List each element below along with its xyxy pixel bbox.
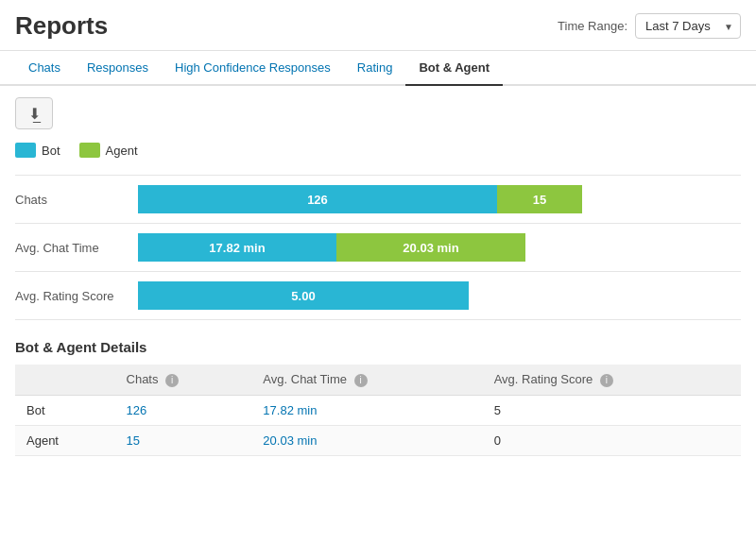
chart-bars-chats: 126 15 [138, 185, 741, 213]
chart-section: Chats 126 15 Avg. Chat Time 17.82 min 20… [15, 175, 741, 320]
time-range-select[interactable]: Last 7 Days Last 30 Days Last 90 Days [635, 13, 741, 39]
details-section: Bot & Agent Details Chats i Avg. Chat Ti… [15, 339, 741, 456]
cell-bot-avg-rating: 5 [483, 395, 741, 425]
tab-bot-agent[interactable]: Bot & Agent [405, 51, 503, 86]
header: Reports Time Range: Last 7 Days Last 30 … [0, 0, 756, 51]
cell-bot-chats: 126 [115, 395, 252, 425]
avg-rating-info-icon: i [600, 374, 613, 387]
legend-bot-color [15, 143, 36, 158]
details-title: Bot & Agent Details [15, 339, 741, 355]
cell-agent-chats: 15 [115, 425, 252, 455]
table-header-row: Chats i Avg. Chat Time i Avg. Rating Sco… [15, 365, 741, 395]
chart-row-avg-chat-time: Avg. Chat Time 17.82 min 20.03 min [15, 224, 741, 272]
content: ⬇̲ Bot Agent Chats 126 15 Avg. Chat Time… [0, 86, 756, 467]
chart-label-avg-chat-time: Avg. Chat Time [15, 241, 138, 255]
chart-bars-avg-chat-time: 17.82 min 20.03 min [138, 233, 741, 262]
col-header-chats: Chats i [115, 365, 252, 395]
chart-row-avg-rating: Avg. Rating Score 5.00 [15, 272, 741, 320]
time-range-wrapper[interactable]: Last 7 Days Last 30 Days Last 90 Days [635, 13, 741, 39]
download-icon: ⬇̲ [28, 105, 41, 123]
cell-bot-name: Bot [15, 395, 115, 425]
tabs: Chats Responses High Confidence Response… [0, 51, 756, 86]
col-header-name [15, 365, 115, 395]
legend-agent-color [79, 143, 100, 158]
table-row-bot: Bot 126 17.82 min 5 [15, 395, 741, 425]
tab-high-confidence[interactable]: High Confidence Responses [162, 51, 344, 86]
details-table: Chats i Avg. Chat Time i Avg. Rating Sco… [15, 365, 741, 456]
tab-responses[interactable]: Responses [74, 51, 162, 86]
chart-bars-avg-rating: 5.00 [138, 281, 741, 310]
avg-chat-info-icon: i [354, 374, 368, 387]
cell-agent-avg-rating: 0 [483, 425, 741, 455]
chats-info-icon: i [165, 374, 179, 387]
download-button[interactable]: ⬇̲ [15, 97, 53, 129]
table-row-agent: Agent 15 20.03 min 0 [15, 425, 741, 455]
bar-avgchat-bot: 17.82 min [138, 233, 336, 262]
bar-rating-bot: 5.00 [138, 281, 469, 310]
bar-chats-bot: 126 [138, 185, 497, 213]
cell-agent-name: Agent [15, 425, 115, 455]
col-header-avg-rating: Avg. Rating Score i [483, 365, 741, 395]
bar-avgchat-agent: 20.03 min [336, 233, 525, 262]
bar-chats-agent: 15 [497, 185, 582, 213]
legend: Bot Agent [15, 143, 741, 158]
tab-rating[interactable]: Rating [344, 51, 406, 86]
chart-label-chats: Chats [15, 193, 138, 207]
chart-label-avg-rating: Avg. Rating Score [15, 289, 138, 303]
time-range-label: Time Range: [558, 19, 627, 33]
tab-chats[interactable]: Chats [15, 51, 74, 86]
legend-agent: Agent [79, 143, 138, 158]
time-range-area: Time Range: Last 7 Days Last 30 Days Las… [558, 13, 741, 39]
legend-bot: Bot [15, 143, 60, 158]
chart-row-chats: Chats 126 15 [15, 176, 741, 224]
legend-agent-label: Agent [106, 144, 138, 158]
col-header-avg-chat-time: Avg. Chat Time i [251, 365, 482, 395]
page-title: Reports [15, 11, 108, 41]
legend-bot-label: Bot [42, 144, 60, 158]
cell-agent-avg-chat: 20.03 min [251, 425, 482, 455]
cell-bot-avg-chat: 17.82 min [251, 395, 482, 425]
